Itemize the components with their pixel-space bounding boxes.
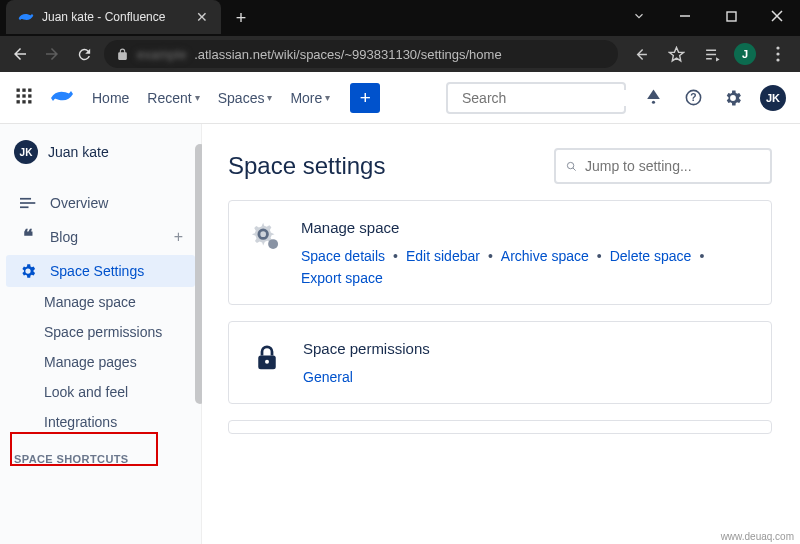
jump-input[interactable]	[585, 158, 760, 174]
card-title: Space permissions	[303, 340, 430, 357]
card-manage-space: Manage space Space details• Edit sidebar…	[228, 200, 772, 305]
svg-rect-12	[22, 100, 25, 103]
link-space-details[interactable]: Space details	[301, 248, 385, 264]
svg-point-22	[567, 162, 573, 168]
star-icon[interactable]	[662, 46, 690, 63]
overview-icon	[18, 196, 38, 210]
svg-rect-6	[22, 88, 25, 91]
jump-to-setting[interactable]	[554, 148, 772, 184]
svg-point-3	[776, 52, 779, 55]
svg-point-2	[776, 46, 779, 49]
search-icon	[566, 159, 577, 174]
address-bar[interactable]: example .atlassian.net/wiki/spaces/~9938…	[104, 40, 618, 68]
maximize-button[interactable]	[708, 0, 754, 32]
settings-icon[interactable]	[720, 88, 746, 108]
back-button[interactable]	[8, 42, 32, 66]
sidebar-sub-permissions[interactable]: Space permissions	[0, 317, 201, 347]
search-input[interactable]	[462, 90, 637, 106]
sidebar-item-overview[interactable]: Overview	[6, 188, 195, 218]
svg-point-4	[776, 58, 779, 61]
card-title: Manage space	[301, 219, 751, 236]
notification-icon[interactable]	[640, 88, 666, 107]
url-blurred: example	[137, 47, 186, 62]
user-avatar[interactable]: JK	[760, 85, 786, 111]
blog-icon: ❝	[18, 225, 38, 248]
confluence-icon	[18, 9, 34, 25]
nav-spaces[interactable]: Spaces▾	[212, 86, 279, 110]
browser-tab[interactable]: Juan kate - Confluence ✕	[6, 0, 221, 34]
svg-rect-9	[22, 94, 25, 97]
add-icon[interactable]: +	[174, 228, 183, 246]
create-button[interactable]: +	[350, 83, 380, 113]
svg-rect-11	[17, 100, 20, 103]
svg-rect-13	[28, 100, 31, 103]
app-switcher-icon[interactable]	[14, 86, 36, 110]
link-general[interactable]: General	[303, 369, 353, 385]
share-icon[interactable]	[626, 46, 654, 63]
close-button[interactable]	[754, 0, 800, 32]
svg-line-23	[573, 167, 576, 170]
svg-rect-7	[28, 88, 31, 91]
user-name: Juan kate	[48, 144, 109, 160]
svg-rect-5	[17, 88, 20, 91]
svg-point-24	[268, 239, 278, 249]
nav-home[interactable]: Home	[86, 86, 135, 110]
space-user[interactable]: JK Juan kate	[0, 136, 201, 178]
sidebar-shortcuts-heading: SPACE SHORTCUTS	[0, 437, 201, 465]
sidebar-sub-manage-space[interactable]: Manage space	[0, 287, 201, 317]
link-archive-space[interactable]: Archive space	[501, 248, 589, 264]
help-icon[interactable]: ?	[680, 88, 706, 107]
search-box[interactable]	[446, 82, 626, 114]
nav-recent[interactable]: Recent▾	[141, 86, 205, 110]
gear-icon	[18, 262, 38, 280]
card-space-permissions: Space permissions General	[228, 321, 772, 404]
link-delete-space[interactable]: Delete space	[610, 248, 692, 264]
minimize-button[interactable]	[662, 0, 708, 32]
svg-rect-1	[727, 12, 736, 21]
gears-icon	[249, 219, 283, 255]
profile-avatar[interactable]: J	[734, 43, 756, 65]
new-tab-button[interactable]: +	[227, 4, 255, 32]
user-avatar-small: JK	[14, 140, 38, 164]
sidebar-item-blog[interactable]: ❝ Blog +	[6, 218, 195, 255]
svg-point-26	[265, 360, 269, 364]
confluence-logo[interactable]	[50, 84, 72, 112]
watermark: www.deuaq.com	[721, 531, 794, 542]
svg-rect-8	[17, 94, 20, 97]
reload-button[interactable]	[72, 42, 96, 66]
playlist-icon[interactable]	[698, 46, 726, 63]
sidebar-sub-integrations[interactable]: Integrations	[0, 407, 201, 437]
sidebar-item-space-settings[interactable]: Space Settings	[6, 255, 195, 287]
card-partial	[228, 420, 772, 434]
page-title: Space settings	[228, 152, 385, 180]
svg-rect-10	[28, 94, 31, 97]
close-icon[interactable]: ✕	[195, 10, 209, 24]
lock-icon	[249, 340, 285, 376]
svg-point-16	[651, 101, 654, 104]
url-text: .atlassian.net/wiki/spaces/~993831130/se…	[194, 47, 502, 62]
chevron-down-icon[interactable]	[616, 0, 662, 32]
tab-title: Juan kate - Confluence	[42, 10, 187, 24]
link-export-space[interactable]: Export space	[301, 270, 383, 286]
kebab-icon[interactable]	[764, 46, 792, 62]
nav-more[interactable]: More▾	[284, 86, 336, 110]
sidebar-sub-manage-pages[interactable]: Manage pages	[0, 347, 201, 377]
forward-button[interactable]	[40, 42, 64, 66]
sidebar-sub-look-and-feel[interactable]: Look and feel	[0, 377, 201, 407]
lock-icon	[116, 48, 129, 61]
link-edit-sidebar[interactable]: Edit sidebar	[406, 248, 480, 264]
svg-text:?: ?	[690, 92, 696, 103]
